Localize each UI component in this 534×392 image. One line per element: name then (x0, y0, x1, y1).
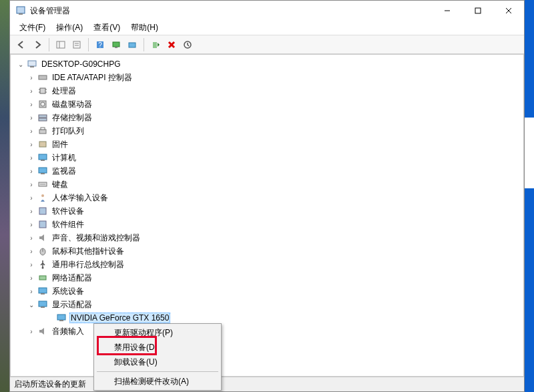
chevron-right-icon[interactable]: › (27, 154, 36, 162)
chevron-right-icon[interactable]: › (27, 288, 36, 295)
tree-category-processors[interactable]: ›处理器 (11, 84, 523, 97)
svg-rect-33 (41, 128, 45, 130)
enable-device-button[interactable] (148, 37, 163, 52)
chevron-right-icon[interactable]: › (27, 168, 36, 175)
tree-category-hid[interactable]: ›人体学输入设备 (11, 191, 523, 204)
menu-help[interactable]: 帮助(H) (125, 21, 164, 35)
disable-device-button[interactable] (180, 37, 195, 52)
chevron-down-icon[interactable]: ⌄ (16, 61, 25, 68)
svg-rect-6 (57, 41, 65, 48)
tree-item-label: 声音、视频和游戏控制器 (51, 232, 142, 244)
svg-rect-49 (41, 293, 45, 295)
close-button[interactable] (493, 1, 524, 21)
tree-category-keyboards[interactable]: ›键盘 (11, 178, 523, 191)
chevron-right-icon[interactable]: › (27, 101, 36, 108)
properties-button[interactable] (69, 37, 84, 52)
tree-category-software-devices[interactable]: ›软件设备 (11, 204, 523, 218)
chevron-right-icon[interactable]: › (27, 114, 36, 122)
forward-button[interactable] (30, 37, 45, 52)
update-driver-button[interactable] (125, 37, 140, 52)
tree-device-gpu[interactable]: NVIDIA GeForce GTX 1650 (11, 311, 523, 325)
chevron-right-icon[interactable]: › (27, 274, 36, 282)
context-menu: 更新驱动程序(P) 禁用设备(D) 卸载设备(U) 扫描检测硬件改动(A) (93, 323, 222, 391)
tree-category-software-components[interactable]: ›软件组件 (11, 218, 523, 231)
tree-category-system-devices[interactable]: ›系统设备 (11, 284, 523, 298)
context-separator (97, 371, 218, 372)
tree-item-label: 存储控制器 (51, 112, 93, 124)
title-bar[interactable]: 设备管理器 (10, 1, 524, 21)
svg-point-46 (42, 267, 44, 269)
tree-category-firmware[interactable]: ›固件 (11, 138, 523, 151)
scan-hardware-button[interactable] (109, 37, 123, 52)
tree-category-disk-drives[interactable]: ›磁盘驱动器 (11, 97, 523, 111)
chevron-down-icon[interactable]: ⌄ (27, 301, 36, 309)
show-hide-tree-button[interactable] (53, 37, 68, 52)
svg-rect-21 (30, 66, 34, 67)
svg-point-41 (41, 194, 44, 197)
cpu-icon (37, 85, 48, 96)
display-icon (56, 313, 67, 323)
tree-category-usb[interactable]: ›通用串行总线控制器 (11, 258, 523, 271)
tree-category-display-adapters[interactable]: ⌄显示适配器 (11, 298, 523, 311)
context-uninstall-device[interactable]: 卸载设备(U) (95, 355, 220, 369)
tree-category-audio-inputs[interactable]: ›音频输入 (11, 325, 523, 338)
svg-rect-8 (73, 41, 80, 48)
help-button[interactable]: ? (93, 37, 107, 52)
svg-rect-16 (153, 42, 157, 48)
svg-rect-52 (57, 315, 65, 320)
svg-rect-20 (28, 61, 36, 66)
tree-category-sound[interactable]: ›声音、视频和游戏控制器 (11, 231, 523, 244)
chevron-right-icon[interactable]: › (27, 221, 36, 228)
tree-item-label: 处理器 (51, 85, 77, 97)
back-button[interactable] (14, 37, 29, 52)
svg-rect-14 (115, 47, 117, 48)
component-icon (37, 219, 48, 230)
toolbar-separator (49, 38, 49, 51)
status-bar: 启动所选设备的更新 (10, 377, 524, 391)
menu-view[interactable]: 查看(V) (88, 21, 125, 35)
chevron-right-icon[interactable]: › (27, 261, 36, 268)
svg-rect-30 (39, 115, 47, 118)
storage-icon (37, 112, 48, 123)
tree-category-print-queues[interactable]: ›打印队列 (11, 124, 523, 138)
keyboard-icon (37, 179, 48, 190)
tree-item-label: 打印队列 (51, 126, 85, 137)
tree-category-storage-controllers[interactable]: ›存储控制器 (11, 111, 523, 124)
chevron-right-icon[interactable]: › (27, 74, 36, 81)
tree-category-mice[interactable]: ›鼠标和其他指针设备 (11, 244, 523, 258)
chevron-right-icon[interactable]: › (27, 208, 36, 215)
speaker-icon (37, 326, 48, 337)
minimize-button[interactable] (432, 1, 463, 21)
context-scan-hardware[interactable]: 扫描检测硬件改动(A) (95, 374, 220, 389)
menu-action[interactable]: 操作(A) (51, 21, 88, 35)
tree-root[interactable]: ⌄ DESKTOP-G09CHPG (11, 57, 523, 71)
context-disable-device[interactable]: 禁用设备(D) (95, 340, 220, 355)
chevron-right-icon[interactable]: › (27, 128, 36, 135)
svg-rect-15 (129, 43, 136, 47)
menu-file[interactable]: 文件(F) (14, 21, 51, 35)
tree-item-label: 鼠标和其他指针设备 (51, 246, 125, 257)
chevron-right-icon[interactable]: › (27, 328, 36, 335)
svg-rect-42 (39, 208, 46, 214)
hid-icon (37, 192, 48, 203)
chevron-right-icon[interactable]: › (27, 234, 36, 242)
uninstall-device-button[interactable] (164, 37, 179, 52)
tree-category-computer[interactable]: ›计算机 (11, 151, 523, 164)
tree-category-monitors[interactable]: ›监视器 (11, 164, 523, 178)
chevron-right-icon[interactable]: › (27, 141, 36, 148)
context-update-driver[interactable]: 更新驱动程序(P) (95, 325, 220, 340)
tree-category-ide[interactable]: ›IDE ATA/ATAPI 控制器 (11, 71, 523, 84)
tree-item-label: 人体学输入设备 (51, 192, 109, 204)
chevron-right-icon[interactable]: › (27, 181, 36, 188)
tree-category-network[interactable]: ›网络适配器 (11, 271, 523, 284)
svg-rect-38 (41, 173, 45, 174)
chevron-right-icon[interactable]: › (27, 194, 36, 202)
chevron-right-icon[interactable]: › (27, 248, 36, 255)
chevron-right-icon[interactable]: › (27, 87, 36, 95)
svg-rect-36 (41, 160, 45, 161)
device-tree[interactable]: ⌄ DESKTOP-G09CHPG ›IDE ATA/ATAPI 控制器 ›处理… (10, 54, 524, 377)
maximize-button[interactable] (463, 1, 493, 21)
svg-rect-53 (59, 320, 63, 321)
tree-item-label: IDE ATA/ATAPI 控制器 (51, 72, 134, 83)
toolbar: ? (10, 35, 524, 54)
